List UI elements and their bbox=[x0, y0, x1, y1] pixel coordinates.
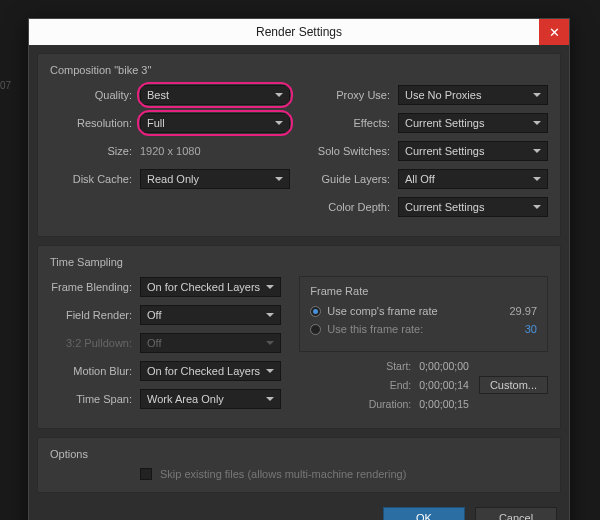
pulldown-value: Off bbox=[147, 337, 161, 349]
solo-label: Solo Switches: bbox=[308, 145, 398, 157]
chevron-down-icon bbox=[533, 149, 541, 153]
diskcache-value: Read Only bbox=[147, 173, 199, 185]
chevron-down-icon bbox=[533, 93, 541, 97]
timespan-value: Work Area Only bbox=[147, 393, 224, 405]
usecomp-label: Use comp's frame rate bbox=[327, 305, 437, 317]
chevron-down-icon bbox=[275, 121, 283, 125]
ok-button[interactable]: OK bbox=[383, 507, 465, 520]
fieldrender-value: Off bbox=[147, 309, 161, 321]
solo-value: Current Settings bbox=[405, 145, 484, 157]
proxy-dropdown[interactable]: Use No Proxies bbox=[398, 85, 548, 105]
effects-value: Current Settings bbox=[405, 117, 484, 129]
guide-dropdown[interactable]: All Off bbox=[398, 169, 548, 189]
close-icon: ✕ bbox=[549, 25, 560, 40]
usecomp-radio-row[interactable]: Use comp's frame rate 29.97 bbox=[310, 305, 537, 317]
solo-dropdown[interactable]: Current Settings bbox=[398, 141, 548, 161]
timesampling-heading: Time Sampling bbox=[50, 256, 548, 268]
usethis-radio-row[interactable]: Use this frame rate: 30 bbox=[310, 323, 537, 335]
timespan-label: Time Span: bbox=[50, 393, 140, 405]
titlebar: Render Settings ✕ bbox=[29, 19, 569, 45]
chevron-down-icon bbox=[266, 397, 274, 401]
end-label: End: bbox=[299, 379, 419, 391]
resolution-label: Resolution: bbox=[50, 117, 140, 129]
cancel-button[interactable]: Cancel bbox=[475, 507, 557, 520]
pulldown-dropdown: Off bbox=[140, 333, 281, 353]
composition-panel: Composition "bike 3" Quality: Best Resol… bbox=[37, 53, 561, 237]
depth-dropdown[interactable]: Current Settings bbox=[398, 197, 548, 217]
chevron-down-icon bbox=[533, 205, 541, 209]
guide-label: Guide Layers: bbox=[308, 173, 398, 185]
framerate-group: Frame Rate Use comp's frame rate 29.97 U… bbox=[299, 276, 548, 352]
chevron-down-icon bbox=[266, 285, 274, 289]
start-label: Start: bbox=[299, 360, 419, 372]
dialog-footer: OK Cancel bbox=[29, 501, 569, 520]
chevron-down-icon bbox=[533, 121, 541, 125]
effects-dropdown[interactable]: Current Settings bbox=[398, 113, 548, 133]
composition-heading: Composition "bike 3" bbox=[50, 64, 548, 76]
backdrop-timeline: 07 bbox=[0, 80, 11, 91]
composition-right-column: Proxy Use: Use No Proxies Effects: Curre… bbox=[308, 84, 548, 224]
timing-info: Start: 0;00;00;00 End: 0;00;00;14 Custom… bbox=[299, 360, 548, 410]
guide-value: All Off bbox=[405, 173, 435, 185]
fieldrender-dropdown[interactable]: Off bbox=[140, 305, 281, 325]
resolution-value: Full bbox=[147, 117, 165, 129]
duration-label: Duration: bbox=[299, 398, 419, 410]
chevron-down-icon bbox=[266, 341, 274, 345]
options-panel: Options Skip existing files (allows mult… bbox=[37, 437, 561, 493]
options-heading: Options bbox=[50, 448, 548, 460]
size-value: 1920 x 1080 bbox=[140, 145, 201, 157]
quality-label: Quality: bbox=[50, 89, 140, 101]
fieldrender-label: Field Render: bbox=[50, 309, 140, 321]
framerate-heading: Frame Rate bbox=[310, 285, 537, 297]
skip-existing-row: Skip existing files (allows multi-machin… bbox=[140, 468, 548, 480]
close-button[interactable]: ✕ bbox=[539, 19, 569, 45]
skip-existing-label: Skip existing files (allows multi-machin… bbox=[160, 468, 406, 480]
frameblend-value: On for Checked Layers bbox=[147, 281, 260, 293]
pulldown-label: 3:2 Pulldown: bbox=[50, 337, 140, 349]
radio-icon bbox=[310, 306, 321, 317]
custom-button[interactable]: Custom... bbox=[479, 376, 548, 394]
depth-value: Current Settings bbox=[405, 201, 484, 213]
composition-left-column: Quality: Best Resolution: Full bbox=[50, 84, 290, 224]
depth-label: Color Depth: bbox=[308, 201, 398, 213]
motionblur-value: On for Checked Layers bbox=[147, 365, 260, 377]
diskcache-label: Disk Cache: bbox=[50, 173, 140, 185]
quality-dropdown[interactable]: Best bbox=[140, 85, 290, 105]
timesampling-left-column: Frame Blending: On for Checked Layers Fi… bbox=[50, 276, 281, 416]
motionblur-dropdown[interactable]: On for Checked Layers bbox=[140, 361, 281, 381]
motionblur-label: Motion Blur: bbox=[50, 365, 140, 377]
chevron-down-icon bbox=[266, 369, 274, 373]
start-value: 0;00;00;00 bbox=[419, 360, 469, 372]
timespan-dropdown[interactable]: Work Area Only bbox=[140, 389, 281, 409]
diskcache-dropdown[interactable]: Read Only bbox=[140, 169, 290, 189]
dialog-title: Render Settings bbox=[256, 25, 342, 39]
usethis-value[interactable]: 30 bbox=[525, 323, 537, 335]
skip-existing-checkbox bbox=[140, 468, 152, 480]
chevron-down-icon bbox=[275, 177, 283, 181]
duration-value: 0;00;00;15 bbox=[419, 398, 469, 410]
usecomp-value: 29.97 bbox=[509, 305, 537, 317]
radio-icon bbox=[310, 324, 321, 335]
timesampling-right-column: Frame Rate Use comp's frame rate 29.97 U… bbox=[299, 276, 548, 416]
size-label: Size: bbox=[50, 145, 140, 157]
proxy-value: Use No Proxies bbox=[405, 89, 481, 101]
end-value: 0;00;00;14 bbox=[419, 379, 469, 391]
usethis-label: Use this frame rate: bbox=[327, 323, 423, 335]
quality-value: Best bbox=[147, 89, 169, 101]
chevron-down-icon bbox=[266, 313, 274, 317]
timesampling-panel: Time Sampling Frame Blending: On for Che… bbox=[37, 245, 561, 429]
chevron-down-icon bbox=[533, 177, 541, 181]
effects-label: Effects: bbox=[308, 117, 398, 129]
chevron-down-icon bbox=[275, 93, 283, 97]
frameblend-label: Frame Blending: bbox=[50, 281, 140, 293]
frameblend-dropdown[interactable]: On for Checked Layers bbox=[140, 277, 281, 297]
resolution-dropdown[interactable]: Full bbox=[140, 113, 290, 133]
render-settings-dialog: Render Settings ✕ Composition "bike 3" Q… bbox=[28, 18, 570, 520]
proxy-label: Proxy Use: bbox=[308, 89, 398, 101]
